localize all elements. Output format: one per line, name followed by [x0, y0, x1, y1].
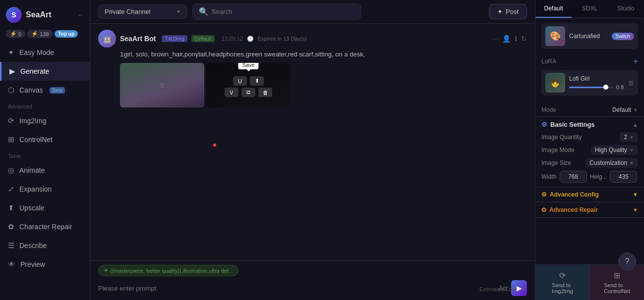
- u-button[interactable]: U: [233, 76, 247, 86]
- lora-header: LoRA +: [541, 57, 638, 66]
- width-input[interactable]: [560, 171, 587, 183]
- image-grid: 🖼 Save U ⬆ V ⧉ 🗑: [120, 63, 527, 107]
- tab-sdxl[interactable]: SDXL: [572, 0, 608, 18]
- advanced-repair-header[interactable]: ✿ Advanced Repair ▼: [541, 206, 638, 213]
- mode-chevron-icon: ▼: [633, 107, 638, 113]
- basic-settings-header[interactable]: ⚙ Basic Settings ▲: [541, 121, 638, 128]
- sidebar-item-animate[interactable]: ◎ Animate: [0, 161, 90, 180]
- logo-icon: S: [6, 7, 22, 23]
- sidebar: S SeaArt ← ⚡ 0 ⚡ 139 Top up ✦ Easy Mode …: [0, 0, 90, 300]
- tools-section-label: Tools: [0, 149, 90, 161]
- style-name: Cartunafied: [569, 33, 600, 40]
- lora-slider-thumb: [603, 85, 608, 90]
- prompt-input[interactable]: [98, 285, 495, 292]
- sidebar-item-controlnet[interactable]: ⊞ ControlNet: [0, 130, 90, 149]
- easy-mode-icon: ✦: [8, 48, 14, 57]
- message-more-icon[interactable]: ···: [492, 35, 498, 43]
- image-thumb-2[interactable]: Save U ⬆ V ⧉ 🗑: [206, 63, 291, 107]
- image-mode-selector[interactable]: High Quality ▼: [591, 145, 638, 155]
- tab-default[interactable]: Default: [535, 0, 572, 18]
- prompt-tags: ✦ ((masterpiece, better quality)),illust…: [98, 265, 527, 276]
- image-thumb-1[interactable]: 🖼: [120, 63, 204, 107]
- prompt-tag[interactable]: ✦ ((masterpiece, better quality)),illust…: [98, 265, 238, 276]
- message-info-icon[interactable]: ℹ: [515, 35, 517, 43]
- message-user-icon[interactable]: 👤: [502, 35, 511, 43]
- overlay-top-row: U ⬆: [233, 76, 264, 86]
- lora-value: 0.8: [616, 84, 624, 90]
- height-input[interactable]: [610, 171, 637, 183]
- advanced-repair-label: Advanced Repair: [549, 206, 598, 213]
- channel-selector[interactable]: Private Channel ▼: [98, 4, 187, 19]
- sidebar-item-label: ControlNet: [19, 136, 53, 144]
- style-section: 🎨 Cartunafied Switch: [535, 18, 644, 57]
- lora-name: Lofi Girl: [569, 75, 624, 82]
- advanced-config-label: Advanced Config: [550, 191, 599, 198]
- sidebar-item-img2img[interactable]: ⟳ Img2Img: [0, 111, 90, 130]
- message-actions: ··· 👤 ℹ ↻: [492, 35, 527, 43]
- estimated-cost: Estimated Cost：4: [479, 286, 525, 293]
- image-quantity-label: Image Quantity: [541, 134, 582, 141]
- message-refresh-icon[interactable]: ↻: [521, 35, 527, 43]
- search-input[interactable]: [212, 8, 354, 15]
- character-repair-icon: ✿: [8, 222, 14, 231]
- basic-settings-label: Basic Settings: [550, 121, 595, 128]
- basic-settings-title: ⚙ Basic Settings: [541, 121, 595, 128]
- image-quantity-value: 2: [624, 134, 627, 141]
- sidebar-item-canvas[interactable]: ⬡ Canvas Beta: [0, 81, 90, 100]
- lora-section: LoRA + 👧 Lofi Girl 0.8 🗑: [535, 57, 644, 103]
- copy-icon-btn[interactable]: ⧉: [241, 88, 255, 97]
- tab-studio[interactable]: Studio: [608, 0, 644, 18]
- sidebar-item-generate[interactable]: ▶ Generate: [0, 62, 90, 81]
- lightning-badge[interactable]: ⚡ 0: [6, 30, 25, 38]
- advanced-config-icon: ⚙: [541, 191, 547, 198]
- mode-value[interactable]: Default ▼: [612, 106, 638, 113]
- style-card[interactable]: 🎨 Cartunafied Switch: [541, 23, 638, 49]
- delete-icon-btn[interactable]: 🗑: [258, 88, 272, 97]
- v-button[interactable]: V: [225, 88, 238, 97]
- advanced-config-section: ⚙ Advanced Config ▼: [535, 187, 644, 202]
- image-mode-label: Image Mode: [541, 147, 575, 153]
- right-tabs: Default SDXL Studio: [535, 0, 644, 18]
- send-to-img2img-button[interactable]: ⟳ Send toImg2Img: [535, 265, 590, 300]
- main-content: Private Channel ▼ 🔍 ✦ Post 🤖 SeaArt Bot …: [90, 0, 535, 300]
- tab-sdxl-label: SDXL: [582, 5, 597, 12]
- image-size-chevron: ▼: [629, 160, 634, 166]
- image-quantity-selector[interactable]: 2 ▼: [620, 132, 638, 142]
- sidebar-item-label: Preview: [20, 260, 45, 268]
- lora-delete-button[interactable]: 🗑: [628, 79, 634, 87]
- send-to-controlnet-button[interactable]: ⊞ Send toControlNet: [590, 265, 644, 300]
- back-icon[interactable]: ←: [77, 11, 84, 19]
- sidebar-item-easy-mode[interactable]: ✦ Easy Mode: [0, 43, 90, 62]
- search-bar[interactable]: 🔍: [192, 3, 361, 20]
- lora-label: LoRA: [541, 58, 556, 65]
- sidebar-item-upscale[interactable]: ⬆ Upscale: [0, 199, 90, 217]
- bolt-badge[interactable]: ⚡ 139: [27, 30, 53, 38]
- user-badges: ⚡ 0 ⚡ 139 Top up: [0, 28, 90, 43]
- image-size-selector[interactable]: Customization ▼: [585, 158, 638, 168]
- switch-badge[interactable]: Switch: [612, 33, 634, 40]
- expansion-icon: ⤢: [8, 185, 14, 194]
- basic-settings-section: ⚙ Basic Settings ▲ Image Quantity 2 ▼ Im…: [535, 117, 644, 187]
- sidebar-item-preview[interactable]: 👁 Preview: [0, 255, 90, 273]
- sidebar-item-describe[interactable]: ☰ Describe: [0, 236, 90, 255]
- prompt-tag-icon: ✦: [104, 267, 108, 274]
- post-button[interactable]: ✦ Post: [489, 4, 527, 19]
- overlay-bottom-row: V ⧉ 🗑: [225, 88, 272, 97]
- logo-area: S SeaArt ←: [0, 4, 90, 28]
- txt2img-badge: Txt2Img: [162, 35, 187, 42]
- lora-add-button[interactable]: +: [634, 57, 638, 66]
- lightning-count: 0: [18, 31, 21, 37]
- topup-badge[interactable]: Top up: [55, 30, 78, 38]
- channel-name: Private Channel: [105, 8, 151, 15]
- red-dot-indicator: [213, 144, 216, 147]
- image-mode-value: High Quality: [595, 147, 627, 153]
- bot-name: SeaArt Bot: [120, 35, 156, 43]
- sidebar-item-character-repair[interactable]: ✿ Character Repair: [0, 217, 90, 236]
- advanced-config-header[interactable]: ⚙ Advanced Config ▼: [541, 191, 638, 198]
- image-overlay: Save U ⬆ V ⧉ 🗑: [206, 63, 291, 107]
- lora-slider[interactable]: [569, 87, 613, 88]
- sidebar-item-expansion[interactable]: ⤢ Expansion: [0, 180, 90, 199]
- upload-icon-btn[interactable]: ⬆: [250, 76, 264, 86]
- mode-row[interactable]: Mode Default ▼: [535, 103, 644, 117]
- size-dimensions-row: Width Heig...: [541, 171, 638, 183]
